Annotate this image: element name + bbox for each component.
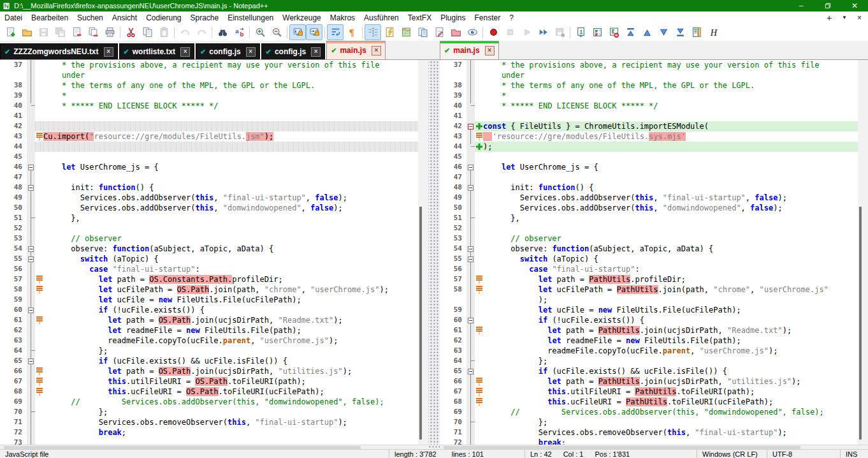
horizontal-scrollbar[interactable] bbox=[0, 445, 868, 449]
code-text[interactable]: Services.obs.addObserver(this, "final-ui… bbox=[43, 193, 418, 203]
code-text[interactable] bbox=[43, 152, 418, 162]
sync-vertical-icon[interactable] bbox=[289, 24, 306, 40]
diff-first-icon[interactable] bbox=[622, 24, 639, 40]
fold-margin[interactable] bbox=[467, 366, 475, 376]
code-text[interactable]: }; bbox=[43, 346, 418, 356]
word-wrap-icon[interactable] bbox=[327, 24, 344, 40]
save-icon[interactable] bbox=[35, 24, 52, 40]
code-text[interactable]: let readmeFile = new FileUtils.File(path… bbox=[483, 336, 858, 346]
code-text[interactable]: readmeFile.copyTo(ucFile.parent, "userCh… bbox=[483, 346, 858, 356]
compare-first-icon[interactable]: 1 bbox=[572, 24, 589, 40]
code-text[interactable]: let path = PathUtils.join(ucjsDirPath, "… bbox=[483, 325, 858, 336]
fold-margin[interactable] bbox=[467, 244, 475, 254]
code-text[interactable]: // observer bbox=[483, 233, 858, 244]
fold-margin[interactable] bbox=[27, 305, 35, 315]
menu-item-ansicht[interactable]: Ansicht bbox=[108, 11, 141, 24]
menu-item-fenster[interactable]: Fenster bbox=[470, 11, 505, 24]
code-text[interactable]: this.ucFileURI = PathUtils.toFileURI(ucF… bbox=[483, 397, 858, 407]
code-text[interactable]: let path = OS.Constants.Path.profileDir; bbox=[43, 274, 418, 284]
document-map-icon[interactable] bbox=[398, 24, 414, 40]
code-text[interactable]: if (ucFile.exists() && ucFile.isFile()) … bbox=[483, 366, 858, 376]
code-text[interactable] bbox=[483, 223, 858, 233]
function-list-icon[interactable] bbox=[381, 24, 398, 40]
macro-run-multiple-icon[interactable] bbox=[535, 24, 551, 40]
compare-navbar-icon[interactable] bbox=[688, 24, 705, 40]
tab-right-main.js[interactable]: ✔main.js× bbox=[440, 41, 499, 59]
fold-margin[interactable] bbox=[467, 182, 475, 193]
code-text[interactable]: observe: function(aSubject, aTopic, aDat… bbox=[483, 244, 858, 254]
code-text[interactable]: let ucFile = new FileUtils.File(ucFilePa… bbox=[43, 295, 418, 305]
left-editor-pane[interactable]: 37 * the provisions above, a recipient m… bbox=[0, 60, 418, 445]
tab-left-config.js[interactable]: ✔config.js× bbox=[261, 43, 326, 59]
code-text[interactable]: * ***** END LICENSE BLOCK ***** */ bbox=[43, 101, 418, 111]
code-text[interactable]: let readmeFile = new FileUtils.File(path… bbox=[43, 325, 418, 336]
macro-play-icon[interactable] bbox=[518, 24, 535, 40]
code-text[interactable] bbox=[483, 111, 858, 121]
right-vertical-scrollbar[interactable] bbox=[858, 60, 868, 445]
document-switcher-icon[interactable] bbox=[414, 24, 431, 40]
code-text[interactable]: ); bbox=[483, 295, 858, 305]
tab-left-config.js[interactable]: ✔config.js× bbox=[196, 43, 260, 59]
tab-list-button[interactable]: ▼ bbox=[842, 15, 847, 20]
fold-margin[interactable] bbox=[27, 356, 35, 366]
code-text[interactable]: this.ucFileURI = OS.Path.toFileURI(ucFil… bbox=[43, 387, 418, 397]
code-text[interactable]: let ucFilePath = OS.Path.join(path, "chr… bbox=[43, 284, 418, 295]
code-text[interactable]: * the terms of any one of the MPL, the G… bbox=[43, 80, 418, 91]
fold-margin[interactable] bbox=[27, 162, 35, 172]
code-text[interactable]: Cu.import("resource://gre/modules/FileUt… bbox=[43, 131, 418, 142]
code-text[interactable]: if (!ucFile.exists()) { bbox=[43, 305, 418, 315]
code-text[interactable]: let ucFilePath = PathUtils.join(path, "c… bbox=[483, 284, 858, 295]
new-file-icon[interactable] bbox=[2, 24, 18, 40]
menu-item-?[interactable]: ? bbox=[505, 11, 518, 24]
tab-close-icon[interactable]: × bbox=[372, 46, 381, 55]
left-vertical-scrollbar[interactable] bbox=[418, 60, 428, 445]
status-encoding[interactable]: UTF-8 bbox=[767, 450, 840, 458]
code-text[interactable]: * bbox=[43, 91, 418, 101]
code-text[interactable]: case "final-ui-startup": bbox=[43, 264, 418, 274]
code-text[interactable]: if (!ucFile.exists()) { bbox=[483, 315, 858, 325]
code-text[interactable]: }, bbox=[43, 213, 418, 223]
menu-item-bearbeiten[interactable]: Bearbeiten bbox=[27, 11, 73, 24]
tab-left-zzzzomgwordsneu.txt[interactable]: ✔ZZZZomgwordsNEU.txt× bbox=[0, 43, 118, 59]
code-text[interactable]: if (ucFile.exists() && ucFile.isFile()) … bbox=[43, 356, 418, 366]
code-text[interactable]: Services.obs.addObserver(this, "domwindo… bbox=[43, 203, 418, 213]
code-text[interactable]: switch (aTopic) { bbox=[43, 254, 418, 264]
close-all-icon[interactable] bbox=[85, 24, 101, 40]
menu-item-werkzeuge[interactable]: Werkzeuge bbox=[278, 11, 325, 24]
tab-close-icon[interactable]: × bbox=[180, 47, 190, 57]
macro-stop-icon[interactable] bbox=[502, 24, 518, 40]
code-text[interactable]: // observer bbox=[43, 233, 418, 244]
code-text[interactable]: let path = OS.Path.join(ucjsDirPath, "Re… bbox=[43, 315, 418, 325]
tab-left-wortliste.txt[interactable]: ✔wortliste.txt× bbox=[119, 43, 195, 59]
tab-left-main.js[interactable]: ✔main.js× bbox=[326, 41, 386, 59]
paste-icon[interactable] bbox=[156, 24, 172, 40]
code-text[interactable]: break; bbox=[43, 427, 418, 438]
diff-last-icon[interactable] bbox=[672, 24, 688, 40]
right-editor-pane[interactable]: 37 * the provisions above, a recipient m… bbox=[440, 60, 858, 445]
code-text[interactable]: * ***** END LICENSE BLOCK ***** */ bbox=[483, 101, 858, 111]
code-text[interactable]: const { FileUtils } = ChromeUtils.import… bbox=[483, 121, 858, 131]
save-all-icon[interactable] bbox=[52, 24, 68, 40]
pane-splitter[interactable] bbox=[428, 60, 440, 445]
diff-next-icon[interactable] bbox=[655, 24, 672, 40]
restore-button[interactable] bbox=[814, 0, 841, 11]
code-text[interactable]: * the provisions above, a recipient may … bbox=[483, 60, 858, 70]
left-scrollbar-thumb[interactable] bbox=[419, 207, 422, 440]
cut-icon[interactable] bbox=[122, 24, 139, 40]
code-text[interactable]: }, bbox=[483, 213, 858, 223]
menu-item-ausfhren[interactable]: Ausführen bbox=[359, 11, 403, 24]
menu-item-sprache[interactable]: Sprache bbox=[186, 11, 224, 24]
fold-margin[interactable] bbox=[467, 254, 475, 264]
fold-margin[interactable] bbox=[467, 121, 475, 131]
code-text[interactable]: // Services.obs.addObserver(this, "domwi… bbox=[483, 407, 858, 417]
zoom-out-icon[interactable] bbox=[268, 24, 285, 40]
tab-close-icon[interactable]: × bbox=[104, 47, 113, 57]
code-text[interactable] bbox=[43, 438, 418, 445]
code-text[interactable]: this.utilFileURI = PathUtils.toFileURI(p… bbox=[483, 387, 858, 397]
code-text[interactable]: ); bbox=[483, 142, 858, 152]
macro-save-icon[interactable] bbox=[551, 24, 568, 40]
compare-ignore-headers-icon[interactable]: H bbox=[705, 24, 721, 40]
menu-item-plugins[interactable]: Plugins bbox=[436, 11, 470, 24]
fold-margin[interactable] bbox=[467, 315, 475, 325]
code-text[interactable]: let path = OS.Path.join(ucjsDirPath, "ut… bbox=[43, 366, 418, 376]
